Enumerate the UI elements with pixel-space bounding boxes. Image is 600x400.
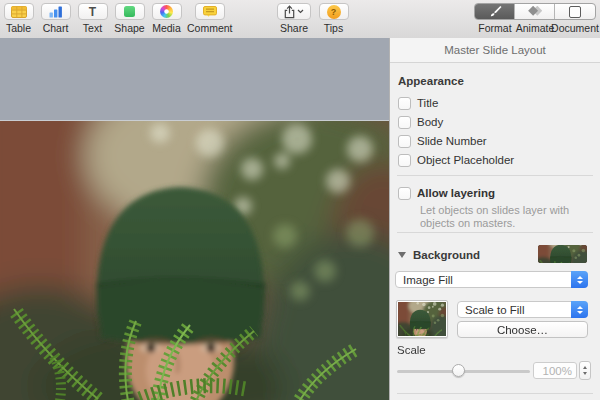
scale-mode-value: Scale to Fill: [458, 304, 524, 316]
checkbox-row-title: Title: [398, 96, 438, 110]
title-checkbox[interactable]: [398, 97, 411, 110]
table-button-label: Table: [6, 23, 31, 34]
allow-layering-label: Allow layering: [417, 187, 495, 199]
inspector-title: Master Slide Layout: [390, 38, 600, 63]
tips-button[interactable]: ? Tips: [317, 3, 350, 34]
checkbox-row-object-placeholder: Object Placeholder: [398, 153, 514, 167]
scale-mode-select[interactable]: Scale to Fill: [457, 301, 588, 318]
document-icon: [569, 6, 581, 18]
toolbar: Table Chart T Text Shape: [0, 0, 600, 39]
scale-value-field[interactable]: 100%: [533, 362, 577, 379]
stepper-down-icon: [583, 372, 587, 375]
body-checkbox-label: Body: [417, 116, 443, 128]
inspector-segmented-control: [474, 3, 596, 20]
scale-stepper[interactable]: [579, 361, 591, 380]
image-fill-well[interactable]: [396, 300, 448, 338]
popup-stepper-icon: [571, 301, 588, 318]
appearance-heading: Appearance: [398, 75, 464, 87]
stepper-up-icon: [583, 366, 587, 369]
comment-icon: [203, 6, 217, 17]
inspector-segment-labels: Format Animate Document: [475, 23, 595, 34]
table-button[interactable]: Table: [2, 3, 35, 34]
checkbox-row-body: Body: [398, 115, 443, 129]
fill-type-select[interactable]: Image Fill: [395, 271, 588, 288]
chart-button-label: Chart: [43, 23, 69, 34]
chart-icon: [49, 6, 63, 18]
keynote-window: Table Chart T Text Shape: [0, 0, 600, 400]
table-icon: [11, 6, 27, 18]
tab-animate-label: Animate: [515, 23, 555, 34]
background-heading: Background: [413, 249, 480, 261]
tips-button-label: Tips: [324, 23, 343, 34]
tab-document-label: Document: [555, 23, 595, 34]
paintbrush-icon: [488, 5, 502, 18]
divider: [397, 393, 593, 394]
tab-format[interactable]: [475, 4, 515, 19]
checkbox-row-allow-layering: Allow layering: [398, 186, 495, 200]
tips-icon: ?: [327, 5, 341, 19]
checkbox-row-slide-number: Slide Number: [398, 134, 487, 148]
divider: [397, 232, 593, 233]
text-button-label: Text: [83, 23, 102, 34]
comment-button-label: Comment: [187, 23, 233, 34]
slide-number-checkbox[interactable]: [398, 135, 411, 148]
shape-icon: [124, 6, 135, 17]
slide-background-image[interactable]: [0, 120, 389, 400]
divider: [397, 175, 593, 176]
object-placeholder-checkbox-label: Object Placeholder: [417, 154, 514, 166]
scale-slider[interactable]: [397, 364, 530, 378]
allow-layering-checkbox[interactable]: [398, 187, 411, 200]
background-section-header[interactable]: Background: [398, 246, 480, 264]
format-inspector: Master Slide Layout Appearance Title Bod…: [389, 38, 600, 400]
title-checkbox-label: Title: [417, 97, 438, 109]
disclosure-triangle-icon[interactable]: [398, 252, 406, 258]
media-button[interactable]: Media: [150, 3, 183, 34]
tab-format-label: Format: [475, 23, 515, 34]
choose-image-button[interactable]: Choose…: [457, 321, 588, 338]
tab-document[interactable]: [555, 4, 595, 19]
slide-canvas[interactable]: [0, 38, 389, 400]
popup-stepper-icon: [571, 271, 588, 288]
media-button-label: Media: [152, 23, 181, 34]
toolbar-share-group: Share ? Tips: [277, 3, 350, 34]
text-icon: T: [89, 6, 96, 18]
scale-slider-thumb[interactable]: [452, 364, 465, 377]
shape-button-label: Shape: [114, 23, 144, 34]
text-button[interactable]: T Text: [76, 3, 109, 34]
object-placeholder-checkbox[interactable]: [398, 154, 411, 167]
body-checkbox[interactable]: [398, 116, 411, 129]
background-preview-thumbnail[interactable]: [538, 245, 587, 263]
inspector-switcher: Format Animate Document: [474, 3, 596, 34]
shape-button[interactable]: Shape: [113, 3, 146, 34]
scale-label: Scale: [397, 344, 426, 356]
comment-button[interactable]: Comment: [187, 3, 233, 34]
share-button[interactable]: Share: [277, 3, 311, 34]
media-icon: [160, 5, 173, 18]
fill-type-value: Image Fill: [396, 274, 453, 286]
share-button-label: Share: [280, 23, 308, 34]
allow-layering-description: Let objects on slides layer with objects…: [420, 204, 590, 229]
diamond-icon: [527, 6, 542, 18]
slide-number-checkbox-label: Slide Number: [417, 135, 487, 147]
share-icon: [284, 5, 295, 19]
toolbar-insert-group: Table Chart T Text Shape: [2, 3, 233, 34]
chart-button[interactable]: Chart: [39, 3, 72, 34]
tab-animate[interactable]: [515, 4, 555, 19]
chevron-down-icon: [297, 9, 304, 14]
